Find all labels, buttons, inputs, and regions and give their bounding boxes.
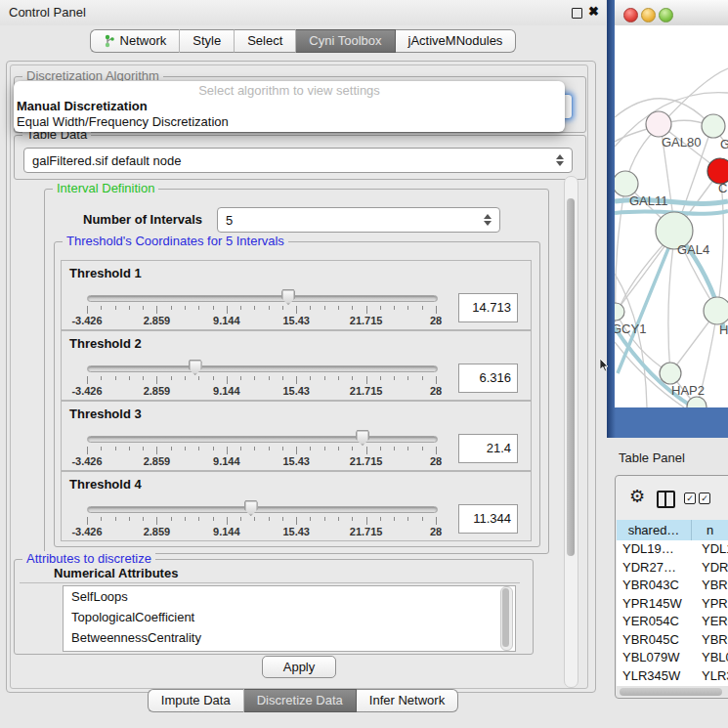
scale-label: 2.859 — [144, 526, 171, 537]
scale-label: -3.426 — [71, 455, 102, 467]
tab-select[interactable]: Select — [235, 29, 296, 53]
table-cell[interactable]: YDL19… — [617, 540, 697, 559]
table-cell[interactable]: YBR0 — [697, 577, 728, 595]
column-header-name[interactable]: n — [692, 520, 728, 540]
table-row[interactable]: YDR27…YDR2 — [617, 559, 728, 578]
table-cell[interactable]: YDR27… — [617, 559, 697, 578]
interval-definition-title: Interval Definition — [53, 181, 158, 195]
screen: Control Panel ✖ Network Style Select Cyn… — [0, 0, 728, 728]
scale-label: 21.715 — [350, 455, 383, 467]
algorithm-dropdown-popup: Select algorithm to view settings Manual… — [14, 81, 565, 132]
number-of-intervals-spinner[interactable]: 5 — [217, 207, 500, 233]
node-h[interactable] — [704, 297, 728, 324]
threshold-3-panel: Threshold 3 -3.4262.8599.14415.4321.7152… — [61, 401, 532, 471]
scale-label: 28 — [430, 526, 442, 537]
threshold-2-slider[interactable] — [87, 365, 438, 372]
table-row[interactable]: YBL079WYBL0 — [617, 649, 728, 667]
table-row[interactable]: YBR043CYBR0 — [617, 577, 728, 595]
node-gcy1[interactable] — [615, 303, 624, 321]
tab-discretize-data[interactable]: Discretize Data — [244, 689, 357, 712]
table-cell[interactable]: YBL079W — [617, 649, 697, 667]
table-panel-title: Table Panel — [619, 450, 685, 465]
option-equal-width-frequency[interactable]: Equal Width/Frequency Discretization — [14, 114, 565, 130]
scale-label: 28 — [430, 315, 442, 326]
table-cell[interactable]: YBR0 — [697, 631, 728, 650]
threshold-3-slider[interactable] — [87, 436, 438, 443]
option-manual-discretization[interactable]: Manual Discretization — [14, 99, 565, 114]
table-cell[interactable]: YLR3 — [697, 667, 728, 686]
number-of-intervals-value: 5 — [218, 213, 480, 228]
scrollbar-thumb[interactable] — [567, 198, 575, 556]
tab-style[interactable]: Style — [180, 29, 235, 53]
tab-cyni-toolbox[interactable]: Cyni Toolbox — [296, 29, 395, 53]
node-gal80[interactable] — [646, 111, 671, 137]
apply-button[interactable]: Apply — [262, 656, 336, 678]
column-header-shared[interactable]: shared… — [617, 520, 692, 540]
panel-vertical-scrollbar[interactable] — [564, 176, 578, 688]
checkbox-icon[interactable]: ✓ — [699, 492, 710, 504]
table-cell[interactable]: YDR2 — [697, 559, 728, 578]
slider-thumb[interactable] — [244, 500, 258, 516]
threshold-4-value-field[interactable]: 11.344 — [458, 504, 518, 534]
table-cell[interactable]: YPR145W — [617, 595, 697, 614]
numerical-attributes-list: SelfLoopsTopologicalCoefficientBetweenne… — [63, 585, 516, 652]
attributes-list-scrollbar[interactable] — [500, 586, 513, 651]
attributes-group-title: Attributes to discretize — [22, 551, 155, 566]
split-columns-icon[interactable] — [657, 491, 675, 508]
table-row[interactable]: YER054CYER0 — [617, 613, 728, 631]
scale-label: 15.43 — [282, 385, 310, 397]
table-row[interactable]: YPR145WYPR1 — [617, 595, 728, 614]
float-window-icon[interactable] — [572, 8, 582, 19]
threshold-1-slider[interactable] — [87, 295, 438, 302]
scale-label: 9.144 — [213, 385, 240, 397]
zoom-traffic-light-icon[interactable] — [659, 8, 673, 22]
slider-ticks — [87, 306, 436, 315]
top-tab-bar: Network Style Select Cyni Toolbox jActiv… — [0, 29, 606, 55]
close-icon[interactable]: ✖ — [588, 4, 599, 19]
scale-label: 9.144 — [213, 526, 240, 537]
slider-thumb[interactable] — [281, 289, 295, 305]
network-canvas[interactable]: GAL80 G C GAL11 GAL4 GCY1 H HAP2 — [615, 25, 728, 407]
table-row[interactable]: YLR345WYLR3 — [617, 667, 728, 686]
algorithm-prompt: Select algorithm to view settings — [14, 83, 565, 99]
table-row[interactable]: YBR045CYBR0 — [617, 631, 728, 650]
slider-scale-labels: -3.4262.8599.14415.4321.71528 — [87, 385, 436, 397]
node-partial-g[interactable] — [702, 114, 725, 138]
scale-label: 2.859 — [144, 455, 171, 467]
table-cell[interactable]: YBR043C — [617, 577, 697, 595]
table-cell[interactable]: YLR345W — [617, 667, 697, 686]
scale-label: -3.426 — [71, 315, 102, 326]
attribute-list-item[interactable]: BetweennessCentrality — [64, 627, 515, 648]
table-cell[interactable]: YER0 — [697, 613, 728, 631]
gear-icon[interactable]: ⚙ — [629, 488, 645, 505]
table-cell[interactable]: YER054C — [617, 613, 697, 631]
checkbox-icon[interactable]: ✓ — [684, 492, 696, 504]
minimize-traffic-light-icon[interactable] — [641, 8, 656, 22]
node-hap2[interactable] — [660, 363, 681, 384]
attribute-list-item[interactable]: SelfLoops — [64, 586, 515, 607]
svg-text:GAL4: GAL4 — [677, 242, 709, 257]
table-cell[interactable]: YBR045C — [617, 631, 697, 650]
table-row[interactable]: YDL19…YDL1 — [617, 540, 728, 559]
table-cell[interactable]: YDL1 — [697, 540, 728, 559]
table-cell[interactable]: YPR1 — [697, 595, 728, 614]
tab-infer-network[interactable]: Infer Network — [357, 689, 458, 712]
threshold-4-slider[interactable] — [87, 506, 438, 513]
tab-jactivemnodules[interactable]: jActiveMNodules — [396, 29, 517, 53]
table-cell[interactable]: YBL0 — [697, 649, 728, 667]
slider-ticks — [87, 447, 436, 455]
threshold-2-value-field[interactable]: 6.316 — [458, 364, 518, 393]
svg-text:H: H — [719, 322, 728, 337]
tab-impute-data[interactable]: Impute Data — [148, 689, 244, 712]
slider-thumb[interactable] — [356, 430, 369, 446]
table-data-combobox[interactable]: galFiltered.sif default node — [23, 148, 573, 173]
attribute-list-item[interactable]: TopologicalCoefficient — [64, 607, 515, 627]
number-of-intervals-label: Number of Intervals — [83, 212, 202, 227]
threshold-1-value-field[interactable]: 14.713 — [458, 293, 518, 322]
slider-thumb[interactable] — [189, 360, 202, 375]
table-horizontal-scrollbar[interactable] — [617, 686, 728, 697]
threshold-3-value-field[interactable]: 21.4 — [458, 434, 518, 463]
scale-label: 2.859 — [144, 385, 171, 397]
close-traffic-light-icon[interactable] — [623, 8, 638, 22]
tab-network[interactable]: Network — [90, 29, 181, 53]
